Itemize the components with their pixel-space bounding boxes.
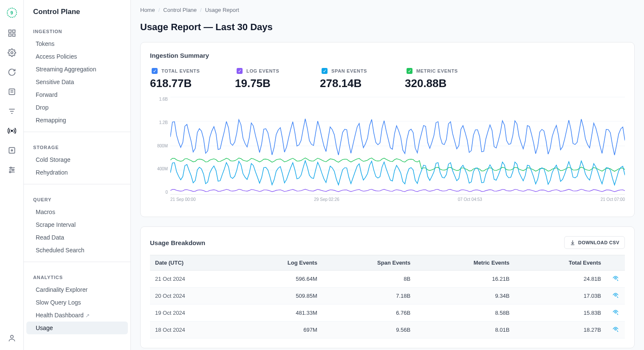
- ingestion-chart: 1.6B1.2B800M400M0 21 Sep 00:0029 Sep 02:…: [150, 97, 625, 207]
- page-title: Usage Report — Last 30 Days: [140, 22, 635, 33]
- svg-point-20: [10, 335, 13, 338]
- breadcrumb-current: Usage Report: [205, 7, 239, 13]
- chart-series-metric-events: [170, 158, 625, 171]
- table-cell: 697M: [237, 322, 322, 339]
- metric-toggle[interactable]: [407, 68, 412, 74]
- svg-point-21: [615, 277, 616, 279]
- table-cell: 8.58B: [415, 305, 514, 322]
- sidebar-item-drop[interactable]: Drop: [26, 101, 128, 114]
- metric-toggle[interactable]: [152, 68, 158, 74]
- svg-line-28: [617, 330, 618, 332]
- sidebar-item-cold-storage[interactable]: Cold Storage: [26, 153, 128, 166]
- table-cell: 9.34B: [415, 288, 514, 305]
- svg-line-22: [617, 279, 618, 281]
- row-inspect-button[interactable]: [606, 271, 625, 288]
- usage-breakdown-card: Usage Breakdown DOWNLOAD CSV Date (UTC)L…: [140, 226, 635, 348]
- button-label: DOWNLOAD CSV: [578, 240, 619, 245]
- metric-label: TOTAL EVENTS: [161, 68, 200, 73]
- metric-value: 19.75B: [235, 77, 290, 90]
- sidebar-item-access-policies[interactable]: Access Policies: [26, 50, 128, 63]
- main-content: Home / Control Plane / Usage Report Usag…: [131, 0, 644, 350]
- user-icon[interactable]: [8, 334, 16, 342]
- summary-metric: METRIC EVENTS320.88B: [405, 67, 460, 90]
- sidebar-item-health-dashboard[interactable]: Health Dashboard↗: [26, 309, 128, 322]
- dashboard-icon[interactable]: [8, 29, 16, 37]
- filter-icon[interactable]: [8, 107, 16, 116]
- svg-point-4: [11, 52, 13, 54]
- table-header[interactable]: Metric Events: [415, 255, 514, 271]
- nav-group-label: ANALYTICS: [24, 267, 130, 283]
- sidebar-item-scheduled-search[interactable]: Scheduled Search: [26, 244, 128, 257]
- table-cell: 7.18B: [322, 288, 415, 305]
- notes-icon[interactable]: [8, 88, 16, 96]
- sidebar-item-macros[interactable]: Macros: [26, 206, 128, 218]
- table-row: 20 Oct 2024509.85M7.18B9.34B17.03B: [150, 288, 625, 305]
- sidebar-title: Control Plane: [24, 8, 130, 21]
- table-cell: 16.21B: [415, 271, 514, 288]
- table-cell: 19 Oct 2024: [150, 305, 237, 322]
- icon-rail: 9: [0, 0, 24, 350]
- metric-value: 320.88B: [405, 77, 460, 90]
- table-header[interactable]: Date (UTC): [150, 255, 237, 271]
- table-header[interactable]: Span Events: [322, 255, 415, 271]
- table-cell: 15.83B: [514, 305, 606, 322]
- table-cell: 6.76B: [322, 305, 415, 322]
- sidebar-item-cardinality-explorer[interactable]: Cardinality Explorer: [26, 283, 128, 296]
- sidebar-item-remapping[interactable]: Remapping: [26, 114, 128, 127]
- nav-group-label: QUERY: [24, 189, 130, 206]
- table-header[interactable]: [606, 255, 625, 271]
- sidebar-item-tokens[interactable]: Tokens: [26, 37, 128, 50]
- svg-point-25: [615, 311, 616, 313]
- sliders-icon[interactable]: [8, 166, 16, 174]
- sidebar-item-scrape-interval[interactable]: Scrape Interval: [26, 218, 128, 231]
- table-cell: 20 Oct 2024: [150, 288, 237, 305]
- row-inspect-button[interactable]: [606, 322, 625, 339]
- summary-metric: SPAN EVENTS278.14B: [320, 67, 375, 90]
- metric-label: LOG EVENTS: [246, 68, 280, 73]
- sidebar-item-read-data[interactable]: Read Data: [26, 231, 128, 244]
- table-cell: 509.85M: [237, 288, 322, 305]
- x-tick: 21 Oct 07:00: [601, 197, 625, 207]
- svg-point-11: [11, 130, 12, 131]
- gear-icon[interactable]: [8, 48, 16, 57]
- nav-group-label: INGESTION: [24, 21, 130, 37]
- table-cell: 481.33M: [237, 305, 322, 322]
- table-header[interactable]: Log Events: [237, 255, 322, 271]
- download-icon: [570, 240, 576, 246]
- svg-point-23: [615, 294, 616, 296]
- metric-value: 618.77B: [150, 77, 205, 90]
- external-link-icon: ↗: [85, 313, 90, 319]
- sidebar-item-streaming-aggregation[interactable]: Streaming Aggregation: [26, 63, 128, 76]
- brand-logo[interactable]: 9: [7, 8, 17, 18]
- metric-label: METRIC EVENTS: [416, 68, 458, 73]
- table-cell: 21 Oct 2024: [150, 271, 237, 288]
- y-tick: 800M: [157, 144, 168, 148]
- card-title: Ingestion Summary: [150, 52, 625, 59]
- sidebar-item-slow-query-logs[interactable]: Slow Query Logs: [26, 296, 128, 309]
- breadcrumb-link[interactable]: Home: [140, 7, 155, 13]
- y-tick: 400M: [157, 167, 168, 171]
- metric-toggle[interactable]: [237, 68, 243, 74]
- y-tick: 1.2B: [159, 120, 168, 125]
- inspect-icon: [612, 309, 619, 316]
- chart-series-total-events: [170, 119, 625, 155]
- sidebar-item-usage[interactable]: Usage: [26, 322, 128, 334]
- x-tick: 29 Sep 02:26: [314, 197, 339, 207]
- sidebar-item-rehydration[interactable]: Rehydration: [26, 166, 128, 179]
- row-inspect-button[interactable]: [606, 305, 625, 322]
- download-csv-button[interactable]: DOWNLOAD CSV: [564, 236, 625, 249]
- svg-rect-12: [9, 147, 14, 153]
- breadcrumb-link[interactable]: Control Plane: [163, 7, 197, 13]
- table-header[interactable]: Total Events: [514, 255, 606, 271]
- table-cell: 18 Oct 2024: [150, 322, 237, 339]
- archive-icon[interactable]: [8, 146, 16, 155]
- refresh-icon[interactable]: [8, 68, 16, 76]
- row-inspect-button[interactable]: [606, 288, 625, 305]
- sidebar-item-sensitive-data[interactable]: Sensitive Data: [26, 76, 128, 88]
- card-title: Usage Breakdown: [150, 239, 205, 246]
- inspect-icon: [612, 292, 619, 299]
- sidebar-item-forward[interactable]: Forward: [26, 88, 128, 101]
- broadcast-icon[interactable]: [8, 127, 16, 135]
- metric-toggle[interactable]: [322, 68, 328, 74]
- svg-line-26: [617, 313, 618, 315]
